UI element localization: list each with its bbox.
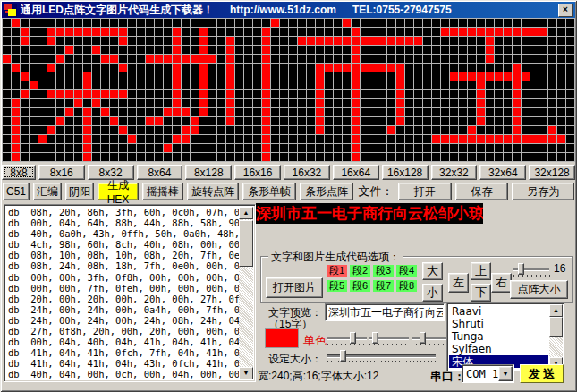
led-cell[interactable] xyxy=(280,46,288,54)
led-cell[interactable] xyxy=(432,135,440,143)
led-cell[interactable] xyxy=(316,37,324,45)
led-cell[interactable] xyxy=(378,19,386,27)
led-cell[interactable] xyxy=(352,126,360,134)
led-cell[interactable] xyxy=(369,81,378,89)
led-cell[interactable] xyxy=(21,108,29,116)
led-cell[interactable] xyxy=(361,81,369,89)
led-cell[interactable] xyxy=(522,46,530,54)
led-cell[interactable] xyxy=(387,28,395,36)
led-cell[interactable] xyxy=(539,117,547,125)
led-cell[interactable] xyxy=(423,144,431,152)
size-tab-8x8[interactable]: 8x8 xyxy=(2,165,36,180)
led-cell[interactable] xyxy=(387,108,395,116)
led-cell[interactable] xyxy=(450,99,458,107)
led-cell[interactable] xyxy=(182,117,190,125)
led-cell[interactable] xyxy=(298,81,306,89)
led-cell[interactable] xyxy=(182,144,190,152)
led-cell[interactable] xyxy=(3,108,11,116)
led-cell[interactable] xyxy=(155,72,163,81)
led-cell[interactable] xyxy=(486,72,494,81)
led-cell[interactable] xyxy=(92,19,100,27)
led-cell[interactable] xyxy=(83,153,91,161)
toolbar-button-2[interactable]: 汇编 xyxy=(33,183,62,200)
led-cell[interactable] xyxy=(12,144,20,152)
led-cell[interactable] xyxy=(307,153,315,161)
led-cell[interactable] xyxy=(47,64,55,72)
led-cell[interactable] xyxy=(450,46,458,54)
led-cell[interactable] xyxy=(235,108,243,116)
led-cell[interactable] xyxy=(504,144,512,152)
led-cell[interactable] xyxy=(325,55,333,63)
led-cell[interactable] xyxy=(459,144,467,152)
led-cell[interactable] xyxy=(56,108,64,116)
led-cell[interactable] xyxy=(47,28,55,36)
led-cell[interactable] xyxy=(38,28,47,36)
size-bigger-button[interactable]: 大 xyxy=(422,262,443,280)
led-cell[interactable] xyxy=(191,126,199,134)
led-cell[interactable] xyxy=(539,55,547,63)
led-cell[interactable] xyxy=(30,117,38,125)
led-cell[interactable] xyxy=(155,126,163,134)
led-cell[interactable] xyxy=(47,90,55,98)
led-cell[interactable] xyxy=(119,81,127,89)
led-cell[interactable] xyxy=(387,99,395,107)
led-cell[interactable] xyxy=(244,72,252,81)
led-cell[interactable] xyxy=(423,99,431,107)
led-cell[interactable] xyxy=(38,135,47,143)
led-cell[interactable] xyxy=(414,72,422,81)
led-cell[interactable] xyxy=(530,19,539,27)
led-cell[interactable] xyxy=(74,117,82,125)
led-cell[interactable] xyxy=(414,55,422,63)
font-item-Shruti[interactable]: Shruti xyxy=(449,318,548,330)
led-cell[interactable] xyxy=(47,108,55,116)
led-cell[interactable] xyxy=(253,90,261,98)
led-cell[interactable] xyxy=(74,126,82,134)
led-cell[interactable] xyxy=(208,64,216,72)
led-cell[interactable] xyxy=(566,64,574,72)
led-cell[interactable] xyxy=(289,153,297,161)
led-cell[interactable] xyxy=(101,153,109,161)
led-cell[interactable] xyxy=(146,37,154,45)
led-cell[interactable] xyxy=(56,153,64,161)
led-cell[interactable] xyxy=(38,117,47,125)
led-cell[interactable] xyxy=(182,108,190,116)
led-cell[interactable] xyxy=(352,81,360,89)
led-cell[interactable] xyxy=(137,37,145,45)
led-cell[interactable] xyxy=(477,117,485,125)
led-matrix[interactable] xyxy=(2,18,575,162)
led-cell[interactable] xyxy=(226,117,234,125)
led-cell[interactable] xyxy=(495,153,503,161)
led-cell[interactable] xyxy=(208,153,216,161)
led-cell[interactable] xyxy=(548,90,556,98)
led-cell[interactable] xyxy=(146,108,154,116)
led-cell[interactable] xyxy=(289,55,297,63)
open-image-button[interactable]: 打开图片 xyxy=(266,277,323,298)
led-cell[interactable] xyxy=(101,64,109,72)
led-cell[interactable] xyxy=(101,90,109,98)
led-cell[interactable] xyxy=(441,72,449,81)
led-cell[interactable] xyxy=(468,28,476,36)
led-cell[interactable] xyxy=(334,135,342,143)
led-cell[interactable] xyxy=(182,153,190,161)
led-cell[interactable] xyxy=(539,72,547,81)
blue-slider-thumb[interactable] xyxy=(420,332,426,344)
led-cell[interactable] xyxy=(548,64,556,72)
led-cell[interactable] xyxy=(65,126,73,134)
led-cell[interactable] xyxy=(38,55,47,63)
led-cell[interactable] xyxy=(280,72,288,81)
segment-label-段5[interactable]: 段5 xyxy=(327,280,347,292)
led-cell[interactable] xyxy=(369,108,378,116)
led-cell[interactable] xyxy=(450,144,458,152)
led-cell[interactable] xyxy=(83,28,91,36)
led-cell[interactable] xyxy=(226,19,234,27)
led-cell[interactable] xyxy=(56,28,64,36)
led-cell[interactable] xyxy=(548,144,556,152)
led-cell[interactable] xyxy=(47,153,55,161)
led-cell[interactable] xyxy=(325,135,333,143)
led-cell[interactable] xyxy=(468,64,476,72)
led-cell[interactable] xyxy=(289,117,297,125)
led-cell[interactable] xyxy=(477,64,485,72)
led-cell[interactable] xyxy=(262,108,270,116)
led-cell[interactable] xyxy=(128,135,136,143)
led-cell[interactable] xyxy=(450,117,458,125)
